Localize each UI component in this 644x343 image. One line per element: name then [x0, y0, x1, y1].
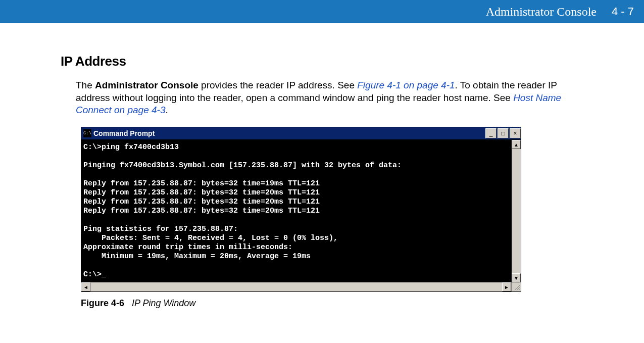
- scroll-left-icon[interactable]: ◄: [81, 282, 90, 291]
- close-button[interactable]: ×: [510, 128, 521, 138]
- maximize-button[interactable]: □: [498, 128, 509, 138]
- command-prompt-window: C:\ Command Prompt _ □ × C:\>ping fx7400…: [81, 127, 521, 292]
- text: The: [76, 80, 95, 90]
- header-page-number: 4 - 7: [612, 5, 634, 18]
- window-titlebar: C:\ Command Prompt _ □ ×: [81, 127, 521, 140]
- horizontal-scrollbar[interactable]: ◄ ►: [81, 282, 521, 291]
- header-title: Administrator Console: [486, 5, 597, 19]
- xref-figure-4-1[interactable]: Figure 4-1 on page 4-1: [357, 80, 455, 90]
- text: provides the reader IP address. See: [199, 80, 357, 90]
- minimize-button[interactable]: _: [485, 128, 497, 138]
- cmd-icon: C:\: [83, 129, 91, 137]
- figure-title: IP Ping Window: [132, 298, 195, 308]
- figure-caption: Figure 4-6 IP Ping Window: [81, 298, 583, 309]
- svg-line-2: [519, 289, 520, 290]
- window-title: Command Prompt: [93, 129, 484, 137]
- text: .: [165, 105, 168, 115]
- inline-strong: Administrator Console: [95, 80, 199, 90]
- scroll-up-icon[interactable]: ▲: [512, 140, 521, 149]
- vertical-scrollbar[interactable]: ▲ ▼: [512, 140, 521, 282]
- figure-number: Figure 4-6: [81, 298, 124, 308]
- resize-grip-icon[interactable]: [511, 282, 521, 291]
- section-heading: IP Address: [61, 54, 583, 69]
- page-header: Administrator Console 4 - 7: [0, 0, 644, 23]
- scroll-right-icon[interactable]: ►: [502, 282, 511, 291]
- console-output: C:\>ping fx7400cd3b13 Pinging fx7400cd3b…: [81, 140, 512, 282]
- intro-paragraph: The Administrator Console provides the r…: [76, 79, 583, 117]
- scroll-down-icon[interactable]: ▼: [512, 273, 521, 282]
